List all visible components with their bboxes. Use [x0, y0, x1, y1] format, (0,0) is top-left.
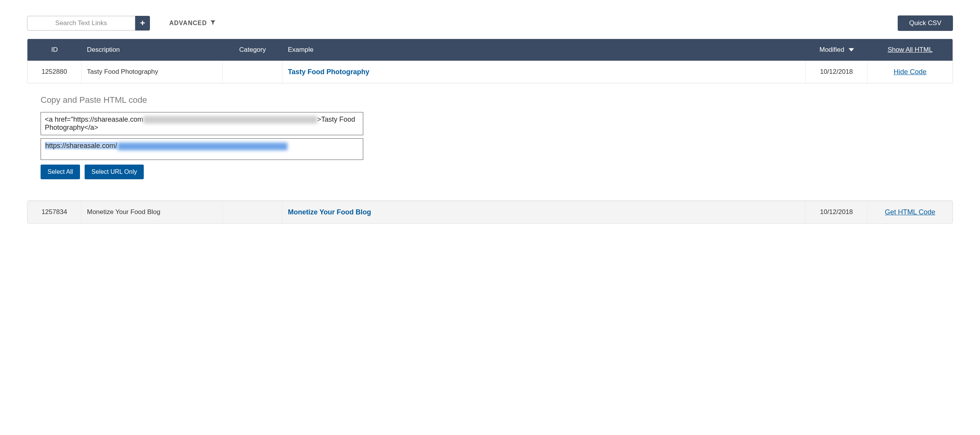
cell-action: Get HTML Code: [868, 201, 953, 223]
select-all-button[interactable]: Select All: [41, 165, 80, 179]
cell-example: Monetize Your Food Blog: [282, 201, 806, 223]
code-title: Copy and Paste HTML code: [41, 95, 953, 105]
example-link[interactable]: Tasty Food Photography: [288, 68, 369, 76]
toolbar: + ADVANCED Quick CSV: [27, 15, 953, 31]
cell-description: Tasty Food Photography: [82, 61, 223, 83]
hide-code-link[interactable]: Hide Code: [893, 68, 926, 76]
links-table-continued: 1257834 Monetize Your Food Blog Monetize…: [27, 201, 953, 224]
redacted-segment: [117, 143, 288, 150]
search-wrap: +: [27, 16, 150, 31]
cell-example: Tasty Food Photography: [282, 61, 806, 83]
links-table: ID Description Category Example Modified…: [27, 39, 953, 83]
cell-action: Hide Code: [868, 61, 953, 83]
cell-description: Monetize Your Food Blog: [82, 201, 223, 223]
advanced-label: ADVANCED: [169, 20, 207, 27]
quick-csv-button[interactable]: Quick CSV: [898, 15, 953, 31]
code-prefix: <a href="https://shareasale.com: [45, 116, 143, 123]
th-example[interactable]: Example: [282, 39, 806, 61]
filter-icon: [210, 19, 216, 27]
cell-category: [223, 61, 282, 83]
select-url-only-button[interactable]: Select URL Only: [85, 165, 144, 179]
cell-id: 1257834: [27, 201, 82, 223]
url-text: https://shareasale.com/: [45, 142, 288, 150]
table-row: 1252880 Tasty Food Photography Tasty Foo…: [27, 61, 953, 83]
table-row: 1257834 Monetize Your Food Blog Monetize…: [27, 201, 953, 223]
html-code-box[interactable]: <a href="https://shareasale.com>Tasty Fo…: [41, 112, 363, 135]
th-category[interactable]: Category: [223, 39, 282, 61]
th-id[interactable]: ID: [27, 39, 82, 61]
cell-modified: 10/12/2018: [806, 61, 868, 83]
sort-desc-icon: [849, 46, 854, 54]
plus-icon: +: [140, 18, 145, 28]
add-button[interactable]: +: [135, 16, 150, 31]
cell-id: 1252880: [27, 61, 82, 83]
get-html-code-link[interactable]: Get HTML Code: [885, 208, 935, 216]
url-code-box[interactable]: https://shareasale.com/: [41, 138, 363, 160]
redacted-segment: [143, 116, 317, 124]
th-action[interactable]: Show All HTML: [868, 39, 953, 61]
advanced-filter[interactable]: ADVANCED: [169, 19, 216, 27]
url-prefix: https://shareasale.com/: [45, 142, 117, 150]
th-modified[interactable]: Modified: [806, 39, 868, 61]
example-link[interactable]: Monetize Your Food Blog: [288, 208, 371, 216]
search-input[interactable]: [27, 16, 135, 31]
show-all-html-link[interactable]: Show All HTML: [888, 46, 932, 53]
cell-category: [223, 201, 282, 223]
table-header: ID Description Category Example Modified…: [27, 39, 953, 61]
th-description[interactable]: Description: [82, 39, 223, 61]
code-text: <a href="https://shareasale.com>Tasty Fo…: [45, 116, 359, 132]
code-section: Copy and Paste HTML code <a href="https:…: [41, 95, 953, 179]
th-modified-label: Modified: [820, 46, 844, 53]
cell-modified: 10/12/2018: [806, 201, 868, 223]
code-buttons: Select All Select URL Only: [41, 165, 953, 179]
